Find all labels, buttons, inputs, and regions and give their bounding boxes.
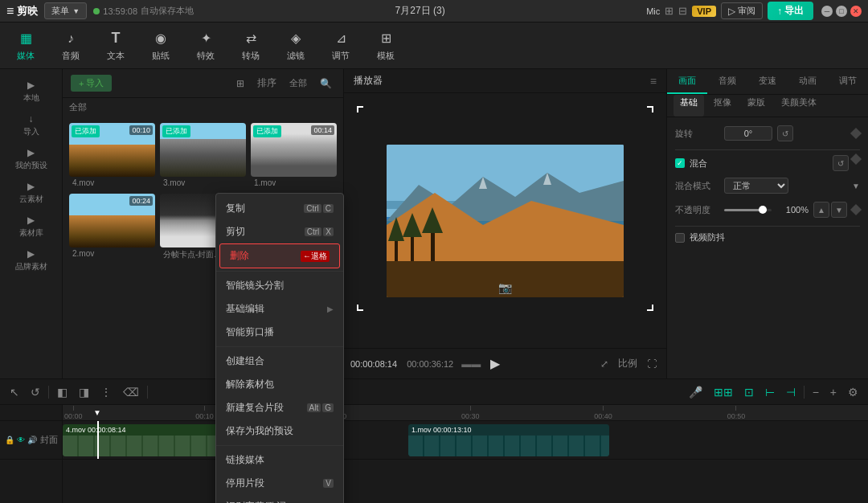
toolbar-item-sticker[interactable]: ◉ 贴纸: [145, 30, 177, 62]
media-item-4[interactable]: 00:24: [69, 194, 155, 247]
track-clip-2[interactable]: 1.mov 00:00:13:10: [408, 424, 609, 456]
ctx-new-compound[interactable]: 新建复合片段 Alt G: [216, 396, 343, 419]
blend-keyframe[interactable]: [850, 153, 862, 165]
window-controls: ─ □ ✕: [821, 6, 862, 17]
opacity-down[interactable]: ▼: [831, 202, 847, 218]
eye-icon[interactable]: 👁: [17, 436, 25, 444]
toolbar-item-filter[interactable]: ◈ 滤镜: [280, 30, 312, 62]
toolbar-item-audio[interactable]: ♪ 音频: [55, 30, 87, 62]
review-button[interactable]: ▷ 审阅: [721, 2, 763, 19]
export-button[interactable]: ↑ 导出: [768, 2, 813, 20]
delete-button[interactable]: ⌫: [120, 384, 142, 400]
blend-reset-button[interactable]: ↺: [833, 155, 849, 171]
tab-animate[interactable]: 动画: [788, 69, 828, 94]
media-item-3[interactable]: 已添加 00:14: [251, 123, 337, 177]
fullscreen-preview-button[interactable]: ⤢: [597, 355, 612, 372]
toolbar-item-media[interactable]: ▦ 媒体: [10, 30, 42, 62]
toolbar-item-effects[interactable]: ✦ 特效: [190, 30, 222, 62]
maximize-button[interactable]: □: [836, 6, 847, 17]
subtab-beauty[interactable]: 美颜美体: [775, 95, 823, 117]
tab-canvas[interactable]: 画面: [667, 69, 707, 94]
opacity-slider[interactable]: [724, 209, 772, 211]
left-panel-cloud[interactable]: ▶ 云素材: [0, 177, 62, 209]
preview-title: 播放器: [354, 74, 383, 88]
ctx-link-media[interactable]: 链接媒体: [216, 448, 343, 472]
minimize-button[interactable]: ─: [821, 6, 833, 17]
split-button[interactable]: ⋮: [97, 384, 115, 400]
ctx-cut[interactable]: 剪切 Ctrl X: [216, 220, 343, 243]
list-item[interactable]: 已添加 3.mov: [160, 123, 246, 189]
track-clip-1[interactable]: 4.mov 00:00:08:14: [63, 424, 240, 456]
ctx-disable-shortcut: V: [323, 479, 334, 488]
opacity-keyframe[interactable]: [850, 204, 862, 215]
settings-button[interactable]: ⚙: [845, 384, 862, 400]
left-panel-brand[interactable]: ▶ 品牌素材: [0, 244, 62, 276]
divider-1: [675, 149, 860, 150]
tab-adjust[interactable]: 调节: [828, 69, 868, 94]
toolbar-item-template[interactable]: ⊞ 模板: [370, 30, 402, 62]
right-panel-subtabs: 基础 抠像 蒙版 美颜美体: [667, 95, 868, 117]
rotate-reset-button[interactable]: ↺: [777, 125, 793, 141]
left-panel-import[interactable]: ↓ 导入: [0, 109, 62, 141]
stabilize-checkbox[interactable]: [675, 233, 685, 243]
play-button[interactable]: ▶: [485, 354, 505, 374]
ctx-delete[interactable]: 删除 ←退格: [219, 243, 340, 268]
mic-button[interactable]: 🎤: [686, 384, 706, 400]
rotate-input[interactable]: [724, 126, 772, 141]
ctx-unlink[interactable]: 解除素材包: [216, 373, 343, 396]
ratio-button[interactable]: 比例: [615, 355, 641, 372]
rotate-keyframe[interactable]: [850, 128, 862, 139]
toolbar-item-adjust[interactable]: ⊿ 调节: [325, 30, 357, 62]
menu-button[interactable]: 菜单 ▼: [44, 2, 87, 19]
tool-4[interactable]: ⊣: [783, 384, 799, 400]
media-duration-1: 00:10: [129, 125, 153, 135]
transition-icon: ⇄: [242, 30, 260, 47]
list-item[interactable]: 00:24 2.mov: [69, 194, 155, 262]
tool-2[interactable]: ⊡: [741, 384, 757, 400]
left-panel-library[interactable]: ▶ 素材库: [0, 211, 62, 243]
volume-icon[interactable]: 🔊: [27, 436, 37, 444]
tab-audio[interactable]: 音频: [707, 69, 747, 94]
media-item-1[interactable]: 已添加 00:10: [69, 123, 155, 177]
ctx-basic-edit[interactable]: 基础编辑 ▶: [216, 297, 343, 321]
list-item[interactable]: 已添加 00:14 1.mov: [251, 123, 337, 189]
subtab-mask[interactable]: 蒙版: [741, 95, 772, 117]
select-tool-button[interactable]: ↖: [6, 384, 23, 400]
tool-1[interactable]: ⊞⊞: [710, 384, 736, 400]
zoom-in-button[interactable]: +: [827, 384, 840, 400]
subtab-basic[interactable]: 基础: [674, 95, 704, 117]
vip-badge[interactable]: VIP: [692, 6, 716, 17]
grid-view-button[interactable]: ⊞: [233, 76, 248, 91]
left-panel-mypresets[interactable]: ▶ 我的预设: [0, 143, 62, 175]
tool-3[interactable]: ⊢: [762, 384, 778, 400]
ctx-smart-split[interactable]: 智能镜头分割: [216, 274, 343, 297]
blend-checkbox[interactable]: ✓: [675, 158, 685, 168]
split-right-button[interactable]: ◨: [76, 384, 92, 400]
lock-icon[interactable]: 🔒: [5, 436, 14, 444]
list-item[interactable]: 已添加 00:10 4.mov: [69, 123, 155, 189]
undo-button[interactable]: ↺: [27, 384, 43, 400]
tab-speed[interactable]: 变速: [747, 69, 788, 94]
ctx-copy[interactable]: 复制 Ctrl C: [216, 197, 343, 220]
expand-button[interactable]: ⛶: [644, 355, 660, 372]
ctx-disable[interactable]: 停用片段 V: [216, 472, 343, 495]
media-item-2[interactable]: 已添加: [160, 123, 246, 177]
toolbar-item-transition[interactable]: ⇄ 转场: [235, 30, 267, 62]
import-button[interactable]: + 导入: [71, 75, 112, 92]
zoom-out-button[interactable]: −: [809, 384, 822, 400]
sort-button[interactable]: 排序: [254, 75, 280, 92]
search-button[interactable]: 🔍: [317, 76, 335, 91]
subtab-image[interactable]: 抠像: [707, 95, 738, 117]
toolbar-item-text[interactable]: T 文本: [100, 30, 132, 62]
ctx-subtitle[interactable]: 识别字幕/歌词: [216, 495, 343, 503]
ctx-group[interactable]: 创建组合: [216, 350, 343, 373]
left-panel-local[interactable]: ▶ 本地: [0, 76, 62, 108]
split-left-button[interactable]: ◧: [54, 384, 71, 400]
ctx-save-preset[interactable]: 保存为我的预设: [216, 419, 343, 443]
opacity-up[interactable]: ▲: [813, 202, 829, 218]
timeline-cursor[interactable]: [97, 421, 99, 459]
close-button[interactable]: ✕: [850, 6, 862, 17]
blend-mode-select[interactable]: 正常: [724, 178, 788, 194]
ctx-smart-cut[interactable]: 智能剪口播: [216, 321, 343, 344]
preview-menu-icon[interactable]: ≡: [650, 75, 657, 88]
